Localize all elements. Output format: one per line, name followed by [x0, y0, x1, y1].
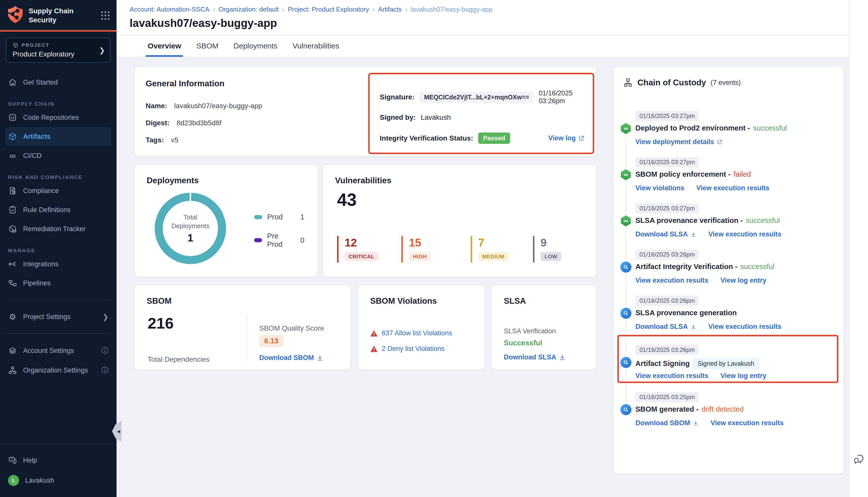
view-execution-results-link[interactable]: View execution results — [709, 323, 782, 330]
sidebar-item-account-settings[interactable]: Account Settings ⓘ — [0, 341, 116, 360]
sidebar-item-integrations[interactable]: Integrations — [0, 255, 116, 274]
tab-deployments[interactable]: Deployments — [233, 35, 279, 57]
sidebar-item-organization-settings[interactable]: Organization Settings ⓘ — [0, 360, 116, 380]
breadcrumb-current[interactable]: lavakush07/easy-buggy-app — [411, 5, 492, 13]
breadcrumb-separator: › — [213, 6, 215, 13]
severity-count: 12 — [345, 237, 378, 249]
cube-icon — [13, 42, 18, 48]
project-selector-name: Product Exploratory — [13, 50, 104, 58]
sidebar-item-artifacts[interactable]: Artifacts — [5, 127, 112, 146]
download-sbom-link[interactable]: Download SBOM — [635, 419, 699, 427]
view-execution-results-link[interactable]: View execution results — [709, 230, 782, 238]
divider — [6, 300, 111, 300]
timeline-event-sbom-policy: ∞ 01/16/2025 03:27pm SBOM policy enforce… — [613, 157, 836, 197]
download-sbom-link[interactable]: Download SBOM — [259, 354, 323, 362]
sidebar-item-pipelines[interactable]: Pipelines — [0, 274, 116, 293]
sidebar-item-project-settings[interactable]: ⚙ Project Settings ❯ — [0, 307, 116, 326]
severity-critical: 12 CRITICAL — [337, 236, 378, 262]
remediation-box-icon — [8, 224, 17, 233]
download-icon — [690, 231, 697, 238]
view-execution-results-link[interactable]: View execution results — [711, 419, 784, 427]
sidebar-item-rule-definitions[interactable]: Rule Definitions — [0, 200, 116, 219]
allow-list-violations-row: 637 Allow list Violations — [370, 329, 452, 337]
download-slsa-link[interactable]: Download SLSA — [504, 353, 566, 361]
view-log-link[interactable]: View log — [548, 134, 585, 142]
breadcrumb-artifacts[interactable]: Artifacts — [378, 5, 402, 13]
tab-overview[interactable]: Overview — [147, 35, 182, 57]
panel-title: Chain of Custody — [638, 78, 706, 87]
app-root: Supply Chain Security PROJECT Product Ex… — [0, 0, 868, 497]
event-timestamp: 01/16/2025 03:27pm — [635, 203, 699, 213]
main-area: Account: Automation-SSCA› Organization: … — [116, 0, 849, 497]
sidebar-item-code-repositories[interactable]: Code Repositories — [0, 108, 116, 127]
tab-vulnerabilities[interactable]: Vulnerabilities — [292, 35, 340, 57]
artifacts-box-icon — [8, 132, 17, 141]
info-icon[interactable]: ⓘ — [101, 346, 109, 355]
event-title: Artifact Signing Signed by Lavakush — [635, 358, 759, 369]
signature-timestamp: 01/16/2025 03:26pm — [539, 89, 585, 105]
field-value: 8d23bd3b5d8f — [177, 119, 222, 127]
divider — [362, 77, 362, 146]
view-violations-link[interactable]: View violations — [635, 184, 684, 192]
signed-by-badge: Signed by Lavakush — [693, 358, 759, 369]
breadcrumb-account[interactable]: Account: Automation-SSCA — [130, 5, 209, 13]
deny-list-violations-row: 2 Deny list Violations — [370, 345, 445, 353]
sidebar-item-label: Remediation Tracker — [23, 225, 86, 233]
view-log-entry-link[interactable]: View log entry — [720, 276, 767, 284]
legend-label: Pre Prod — [267, 232, 295, 248]
sidebar-item-get-started[interactable]: Get Started — [0, 73, 116, 92]
breadcrumb-project[interactable]: Project: Product Exploratory — [288, 5, 369, 13]
view-execution-results-link[interactable]: View execution results — [697, 184, 770, 192]
sidebar-header: Supply Chain Security — [0, 0, 116, 30]
field-label: Tags: — [146, 136, 164, 144]
scan-step-icon — [620, 261, 631, 273]
slsa-verification-label: SLSA Verification — [504, 327, 556, 335]
download-slsa-link[interactable]: Download SLSA — [635, 323, 697, 330]
event-links: View execution results View log entry — [635, 276, 766, 284]
sidebar-item-remediation-tracker[interactable]: Remediation Tracker — [0, 219, 116, 239]
allow-list-violations-link[interactable]: 637 Allow list Violations — [382, 329, 452, 337]
event-title: Artifact Integrity Verification - succes… — [635, 262, 774, 271]
chat-support-icon[interactable] — [853, 453, 865, 467]
view-execution-results-link[interactable]: View execution results — [635, 372, 709, 380]
field-digest: Digest: 8d23bd3b5d8f — [146, 119, 222, 127]
vulnerabilities-total: 43 — [337, 190, 356, 210]
sidebar-item-label: Help — [23, 457, 37, 464]
org-sitemap-icon — [8, 366, 17, 375]
breadcrumb-separator: › — [282, 6, 284, 13]
sidebar-item-compliance[interactable]: Compliance — [0, 181, 116, 200]
view-deployment-details-link[interactable]: View deployment details — [635, 138, 723, 146]
download-slsa-link[interactable]: Download SLSA — [635, 230, 697, 238]
sidebar-item-help[interactable]: ? Help — [0, 451, 116, 470]
view-log-entry-link[interactable]: View log entry — [720, 372, 767, 380]
sidebar-item-label: Compliance — [23, 187, 59, 195]
timeline-event-integrity-verification: 01/16/2025 03:26pm Artifact Integrity Ve… — [613, 250, 836, 290]
legend-item-prod: Prod 1 — [254, 213, 304, 221]
page-header: Account: Automation-SSCA› Organization: … — [116, 0, 849, 35]
sidebar-user[interactable]: L Lavakush — [0, 470, 116, 491]
project-selector[interactable]: PROJECT Product Exploratory ❯ — [6, 38, 111, 63]
card-title: General Information — [146, 79, 225, 88]
cd-pipeline-icon: ∞ — [620, 169, 631, 180]
app-switcher-icon[interactable] — [101, 11, 110, 20]
info-icon[interactable]: ⓘ — [101, 366, 109, 375]
view-execution-results-link[interactable]: View execution results — [635, 276, 709, 284]
chevron-left-icon: ◀ — [117, 429, 120, 434]
project-selector-label: PROJECT — [13, 42, 104, 48]
slsa-card: SLSA SLSA Verification Successful Downlo… — [491, 285, 597, 370]
field-tags: Tags: v5 — [146, 136, 178, 144]
tab-sbom[interactable]: SBOM — [195, 35, 219, 57]
breadcrumb-organization[interactable]: Organization: default — [219, 5, 279, 13]
event-links: Download SLSA View execution results — [635, 230, 781, 238]
chain-of-custody-header: Chain of Custody (7 events) — [624, 78, 741, 87]
sidebar-item-cicd[interactable]: ∞ CI/CD — [0, 146, 116, 165]
donut-center-label: Total Deployments — [168, 213, 213, 230]
document-search-icon — [8, 186, 17, 195]
card-title: Deployments — [147, 176, 199, 185]
gear-icon: ⚙ — [8, 312, 17, 321]
severity-count: 15 — [409, 237, 431, 249]
legend-value: 0 — [300, 236, 304, 244]
download-icon — [317, 354, 323, 361]
event-title: SBOM policy enforcement - failed — [635, 170, 751, 179]
deny-list-violations-link[interactable]: 2 Deny list Violations — [382, 345, 445, 353]
